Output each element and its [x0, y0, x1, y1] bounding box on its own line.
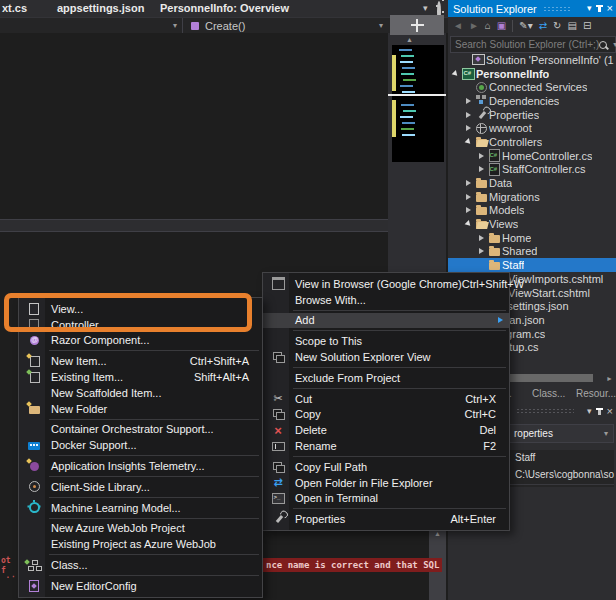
menu-item-open-in-terminal[interactable]: Open in Terminal [263, 491, 509, 507]
tree-item-label: HomeController.cs [502, 150, 592, 162]
menu-item-label: Docker Support... [44, 439, 137, 451]
pin-icon[interactable] [598, 408, 601, 415]
menu-item-new-editorconfig[interactable]: New EditorConfig [19, 578, 262, 594]
scroll-up-icon[interactable]: ▲ [406, 36, 413, 43]
chevron-down-icon[interactable]: ▾ [423, 3, 428, 13]
forward-icon[interactable]: ► [469, 18, 479, 34]
context-menu: View in Browser (Google Chrome)Ctrl+Shif… [262, 272, 510, 531]
home-icon[interactable]: ⌂ [485, 18, 491, 34]
expander-collapsed-icon[interactable] [463, 125, 473, 131]
expander-collapsed-icon[interactable] [463, 98, 473, 104]
menu-item-razor-component[interactable]: Razor Component... [19, 333, 262, 349]
menu-item-delete[interactable]: ×DeleteDel [263, 422, 509, 438]
tree-item-properties[interactable]: Properties [448, 108, 616, 122]
menu-item-new-folder[interactable]: New Folder [19, 401, 262, 417]
menu-item-new-azure-webjob-project[interactable]: New Azure WebJob Project [19, 521, 262, 537]
tree-item-staffcontroller-cs[interactable]: StaffController.cs [448, 163, 616, 177]
editor-pane-top[interactable] [0, 33, 448, 219]
menu-item-class[interactable]: Class... [19, 557, 262, 573]
menu-item-existing-project-as-azure-webjob[interactable]: Existing Project as Azure WebJob [19, 536, 262, 552]
tab-appsettings-json[interactable]: appsettings.json [57, 2, 144, 14]
expander-expanded-icon[interactable] [463, 221, 473, 227]
menu-item-client-side-library[interactable]: Client-Side Library... [19, 479, 262, 495]
menu-item-rename[interactable]: RenameF2 [263, 438, 509, 454]
menu-item-machine-learning-model[interactable]: Machine Learning Model... [19, 500, 262, 516]
pin-icon[interactable] [598, 5, 601, 12]
menu-item-copy[interactable]: CopyCtrl+C [263, 407, 509, 423]
menu-item-browse-with[interactable]: Browse With... [263, 292, 509, 308]
editorconfig-icon [29, 580, 39, 592]
menu-item-open-folder-in-file-explorer[interactable]: ⇄Open Folder in File Explorer [263, 475, 509, 491]
minimap[interactable] [392, 45, 444, 162]
sync-active-document-icon[interactable]: ⇄ [539, 18, 547, 34]
tab-resource-view[interactable]: Resour... [576, 388, 616, 399]
search-box[interactable]: Search Solution Explorer (Ctrl+;) ▾ [450, 36, 616, 53]
tree-item-shared[interactable]: Shared [448, 245, 616, 259]
expander-collapsed-icon[interactable] [476, 153, 486, 159]
folder-icon [489, 235, 500, 243]
chevron-down-icon[interactable]: ▾ [587, 404, 592, 418]
editor-splitter[interactable] [0, 219, 389, 232]
menu-item-existing-item[interactable]: Existing Item...Shift+Alt+A [19, 369, 262, 385]
back-icon[interactable]: ◄ [453, 18, 463, 34]
menu-item-container-orchestrator-support[interactable]: Container Orchestrator Support... [19, 422, 262, 438]
show-all-files-icon[interactable]: ▤ [568, 18, 577, 34]
refresh-icon[interactable]: ↻ [553, 18, 561, 34]
menu-item-scope-to-this[interactable]: Scope to This [263, 333, 509, 349]
expander-expanded-icon[interactable] [463, 139, 473, 145]
property-row-folder-name[interactable]: Staff [505, 450, 614, 468]
tree-item-home[interactable]: Home [448, 231, 616, 245]
collapse-all-icon[interactable]: ⊟ [583, 18, 591, 34]
pending-changes-filter-icon[interactable]: ✎▾ [519, 18, 532, 34]
expander-collapsed-icon[interactable] [476, 166, 486, 172]
tree-item-views[interactable]: Views [448, 217, 616, 231]
menu-item-properties[interactable]: PropertiesAlt+Enter [263, 511, 509, 527]
switch-views-icon[interactable]: ▣ [497, 18, 506, 34]
chevron-down-icon[interactable]: ▾ [587, 1, 592, 15]
solution-explorer-title-bar[interactable]: Solution Explorer ▾ × [448, 0, 616, 17]
menu-item-docker-support[interactable]: Docker Support... [19, 437, 262, 453]
tree-item-connected-services[interactable]: Connected Services [448, 80, 616, 94]
menu-item-application-insights-telemetry[interactable]: Application Insights Telemetry... [19, 458, 262, 474]
menu-item-copy-full-path[interactable]: Copy Full Path [263, 459, 509, 475]
close-icon[interactable]: × [607, 1, 613, 15]
tree-item-staff[interactable]: Staff [448, 258, 616, 272]
menu-item-new-solution-explorer-view[interactable]: New Solution Explorer View [263, 349, 509, 365]
scroll-right-icon[interactable]: ► [606, 374, 613, 383]
tree-item-controllers[interactable]: Controllers [448, 135, 616, 149]
expander-collapsed-icon[interactable] [476, 248, 486, 254]
menu-separator [293, 330, 506, 331]
menu-item-view-in-browser-google-chrome[interactable]: View in Browser (Google Chrome)Ctrl+Shif… [263, 276, 509, 292]
property-row-full-path[interactable]: C:\Users\cogbonna\so [505, 467, 614, 485]
expander-expanded-icon[interactable] [450, 71, 460, 77]
tab-class-view[interactable]: Class... [532, 388, 565, 399]
splitter-handle[interactable] [390, 15, 444, 35]
tree-item-solution-personnelinfo-1-of-1-proje[interactable]: Solution 'PersonnelInfo' (1 of 1 proje [448, 53, 616, 67]
menu-item-new-item[interactable]: New Item...Ctrl+Shift+A [19, 353, 262, 369]
menu-separator [293, 456, 506, 457]
tree-item-homecontroller-cs[interactable]: HomeController.cs [448, 149, 616, 163]
expander-collapsed-icon[interactable] [463, 194, 473, 200]
tree-item-models[interactable]: Models [448, 204, 616, 218]
expander-collapsed-icon[interactable] [463, 112, 473, 118]
close-icon[interactable]: × [607, 404, 613, 418]
cs-icon [489, 163, 500, 176]
tree-item-migrations[interactable]: Migrations [448, 190, 616, 204]
navbar-type-dropdown[interactable]: ▾ [0, 18, 183, 33]
menu-item-cut[interactable]: ✂CutCtrl+X [263, 391, 509, 407]
menu-item-add[interactable]: Add [263, 313, 509, 329]
navbar-member-dropdown[interactable]: Create() ▾ [183, 18, 388, 33]
expander-collapsed-icon[interactable] [476, 235, 486, 241]
tree-item-dependencies[interactable]: Dependencies [448, 94, 616, 108]
expander-collapsed-icon[interactable] [463, 180, 473, 186]
menu-item-exclude-from-project[interactable]: Exclude From Project [263, 370, 509, 386]
tab-context-cs[interactable]: xt.cs [2, 2, 27, 14]
menu-item-shortcut: Ctrl+Shift+A [190, 355, 262, 367]
tree-item-wwwroot[interactable]: wwwroot [448, 121, 616, 135]
menu-item-new-scaffolded-item[interactable]: New Scaffolded Item... [19, 385, 262, 401]
expander-collapsed-icon[interactable] [463, 207, 473, 213]
tree-item-data[interactable]: Data [448, 176, 616, 190]
tree-item-personnelinfo[interactable]: PersonnelInfo [448, 67, 616, 81]
search-icon[interactable] [599, 41, 607, 49]
tab-personnelinfo-overview[interactable]: PersonnelInfo: Overview [160, 2, 289, 14]
